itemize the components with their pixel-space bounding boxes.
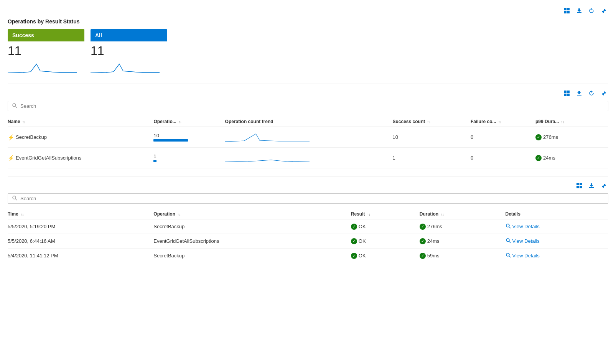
magnifier-icon bbox=[506, 223, 511, 230]
op-count-cell: 1 bbox=[153, 148, 225, 168]
result-cell: ✓OK bbox=[351, 234, 420, 249]
duration-cell: ✓24ms bbox=[420, 234, 506, 249]
trend-sparkline bbox=[225, 131, 310, 142]
details-cell[interactable]: View Details bbox=[506, 234, 608, 249]
duration-cell: ✓59ms bbox=[420, 249, 506, 263]
view-details-link[interactable]: View Details bbox=[506, 223, 605, 230]
sort-icon-time[interactable]: ↑↓ bbox=[20, 212, 24, 216]
col-header-success[interactable]: Success count ↑↓ bbox=[393, 117, 471, 127]
search-icon-2 bbox=[12, 195, 17, 202]
sort-icon-name[interactable]: ↑↓ bbox=[22, 120, 26, 124]
svg-point-10 bbox=[13, 104, 16, 107]
success-sparkline bbox=[8, 59, 77, 75]
svg-rect-8 bbox=[567, 94, 570, 96]
sort-icon-duration[interactable]: ↑↓ bbox=[441, 212, 444, 216]
result-check-circle: ✓ bbox=[351, 238, 357, 244]
status-cards: Success 11 All 11 bbox=[8, 29, 608, 76]
refresh-icon-2[interactable] bbox=[587, 89, 596, 98]
col-header-p99[interactable]: p99 Dura... ↑↓ bbox=[535, 117, 608, 127]
svg-rect-4 bbox=[577, 12, 581, 13]
check-circle: ✓ bbox=[535, 155, 542, 161]
sort-icon-operation[interactable]: ↑↓ bbox=[177, 212, 181, 216]
svg-point-17 bbox=[13, 196, 16, 199]
operations-list-table: Time ↑↓ Operation ↑↓ Result ↑↓ Duration … bbox=[8, 209, 608, 263]
magnifier-icon bbox=[506, 252, 511, 259]
bolt-icon: ⚡ bbox=[8, 155, 14, 161]
col-header-name[interactable]: Name ↑↓ bbox=[8, 117, 153, 127]
col-header-operation[interactable]: Operation ↑↓ bbox=[153, 209, 351, 219]
sort-icon-result[interactable]: ↑↓ bbox=[367, 212, 371, 216]
col-header-result[interactable]: Result ↑↓ bbox=[351, 209, 420, 219]
result-check-circle: ✓ bbox=[351, 253, 357, 259]
view-details-link[interactable]: View Details bbox=[506, 252, 605, 259]
trend-cell bbox=[225, 127, 393, 148]
sort-icon-success[interactable]: ↑↓ bbox=[427, 120, 431, 124]
col-header-opcount[interactable]: Operatio... ↑↓ bbox=[153, 117, 225, 127]
grid-icon-2[interactable] bbox=[562, 89, 572, 98]
pin-icon-1[interactable] bbox=[599, 6, 608, 15]
all-card[interactable]: All 11 bbox=[91, 29, 167, 76]
col-header-duration[interactable]: Duration ↑↓ bbox=[420, 209, 506, 219]
list-item: 5/5/2020, 6:44:16 AMEventGridGetAllSubsc… bbox=[8, 234, 608, 249]
p99-cell: ✓24ms bbox=[535, 148, 608, 168]
time-cell: 5/5/2020, 6:44:16 AM bbox=[8, 234, 153, 249]
grid-icon-1[interactable] bbox=[562, 6, 572, 15]
bolt-icon: ⚡ bbox=[8, 134, 14, 140]
list-item: 5/4/2020, 11:41:12 PMSecretBackup✓OK✓59m… bbox=[8, 249, 608, 263]
view-details-link[interactable]: View Details bbox=[506, 238, 605, 244]
svg-point-23 bbox=[506, 253, 509, 256]
col-header-failure[interactable]: Failure co... ↑↓ bbox=[471, 117, 535, 127]
search-icon-1 bbox=[12, 103, 17, 109]
duration-check-circle: ✓ bbox=[420, 224, 426, 230]
magnifier-icon bbox=[506, 238, 511, 244]
result-cell: ✓OK bbox=[351, 219, 420, 234]
sort-icon-p99[interactable]: ↑↓ bbox=[561, 120, 565, 124]
svg-line-24 bbox=[509, 256, 511, 258]
col-header-details: Details bbox=[506, 209, 608, 219]
sort-icon-opcount[interactable]: ↑↓ bbox=[178, 120, 182, 124]
svg-rect-1 bbox=[567, 8, 570, 10]
grid-icon-3[interactable] bbox=[575, 181, 584, 190]
pin-icon-2[interactable] bbox=[599, 89, 608, 98]
list-item: 5/5/2020, 5:19:20 PMSecretBackup✓OK✓276m… bbox=[8, 219, 608, 234]
download-icon-2[interactable] bbox=[575, 89, 584, 98]
duration-check-circle: ✓ bbox=[420, 238, 426, 244]
failure-count-cell: 0 bbox=[471, 127, 535, 148]
details-cell[interactable]: View Details bbox=[506, 249, 608, 263]
list-search-input[interactable] bbox=[20, 196, 604, 201]
operation-cell: SecretBackup bbox=[153, 249, 351, 263]
svg-rect-16 bbox=[589, 187, 594, 188]
refresh-icon-1[interactable] bbox=[587, 6, 596, 15]
operation-cell: SecretBackup bbox=[153, 219, 351, 234]
divider-1 bbox=[8, 84, 608, 84]
op-name-cell[interactable]: ⚡EventGridGetAllSubscriptions bbox=[8, 148, 153, 168]
pin-icon-3[interactable] bbox=[599, 181, 608, 190]
operations-search-input[interactable] bbox=[20, 103, 604, 109]
success-card-label: Success bbox=[8, 29, 84, 41]
all-sparkline bbox=[91, 59, 160, 75]
op-name-cell[interactable]: ⚡SecretBackup bbox=[8, 127, 153, 148]
svg-rect-6 bbox=[567, 91, 570, 93]
col-header-time[interactable]: Time ↑↓ bbox=[8, 209, 153, 219]
svg-rect-13 bbox=[580, 183, 582, 185]
time-cell: 5/4/2020, 11:41:12 PM bbox=[8, 249, 153, 263]
operations-table: Name ↑↓ Operatio... ↑↓ Operation count t… bbox=[8, 117, 608, 168]
time-cell: 5/5/2020, 5:19:20 PM bbox=[8, 219, 153, 234]
duration-cell: ✓276ms bbox=[420, 219, 506, 234]
op-count-cell: 10 bbox=[153, 127, 225, 148]
col-header-trend[interactable]: Operation count trend bbox=[225, 117, 393, 127]
list-search-bar[interactable] bbox=[8, 193, 608, 204]
svg-point-21 bbox=[506, 239, 509, 242]
success-card[interactable]: Success 11 bbox=[8, 29, 84, 76]
table-row: ⚡SecretBackup10100✓276ms bbox=[8, 127, 608, 148]
svg-point-19 bbox=[506, 224, 509, 227]
divider-2 bbox=[8, 176, 608, 176]
sort-icon-failure[interactable]: ↑↓ bbox=[498, 120, 502, 124]
operations-search-bar[interactable] bbox=[8, 101, 608, 111]
download-icon-1[interactable] bbox=[575, 6, 584, 15]
download-icon-3[interactable] bbox=[587, 181, 596, 190]
details-cell[interactable]: View Details bbox=[506, 219, 608, 234]
success-count-cell: 1 bbox=[393, 148, 471, 168]
svg-rect-9 bbox=[577, 95, 581, 96]
success-count-cell: 10 bbox=[393, 127, 471, 148]
